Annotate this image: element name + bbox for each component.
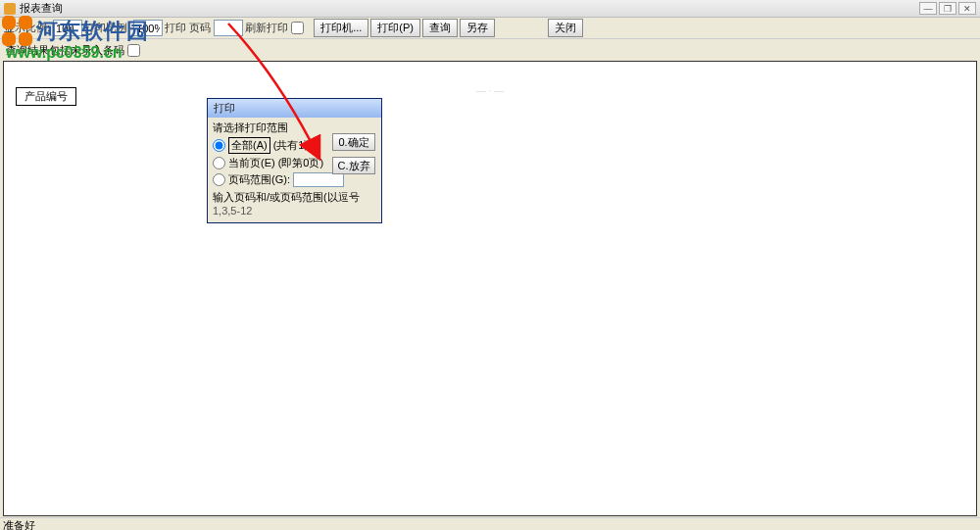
- opt-current-label: 当前页(E): [228, 156, 275, 170]
- zoom-ratio-label: 显示比例:: [4, 21, 50, 35]
- opt-current-suffix: (即第0页): [278, 156, 323, 170]
- page-input[interactable]: [214, 20, 243, 36]
- maximize-button[interactable]: ❐: [939, 2, 956, 15]
- refresh-print-checkbox[interactable]: [291, 22, 304, 34]
- saveas-button[interactable]: 另存: [460, 19, 495, 37]
- app-icon: [4, 3, 16, 15]
- title-bar: 报表查询 — ❐ ✕: [0, 0, 980, 18]
- dialog-ok-button[interactable]: 0.确定: [332, 133, 375, 151]
- page-label: 页码: [189, 21, 211, 35]
- printer-button[interactable]: 打印机...: [314, 19, 368, 37]
- radio-all[interactable]: [213, 139, 225, 152]
- toolbar: 显示比例: 打印比例: 打印 页码 刷新打印 打印机... 打印(P) 查询 另…: [0, 18, 980, 39]
- opt-range-label: 页码范围(G):: [228, 172, 290, 187]
- print-label: 打印: [165, 21, 186, 35]
- opt-all-label: 全部(A): [228, 137, 270, 154]
- window-controls: — ❐ ✕: [919, 2, 976, 15]
- radio-current[interactable]: [213, 157, 225, 169]
- minimize-button[interactable]: —: [919, 2, 937, 15]
- close-toolbar-button[interactable]: 关闭: [548, 19, 583, 37]
- include-unentered-checkbox[interactable]: [127, 44, 140, 57]
- column-header-product-id: 产品编号: [16, 87, 76, 106]
- print-ratio-label: 打印比例:: [84, 21, 130, 35]
- radio-range[interactable]: [213, 173, 225, 186]
- include-unentered-label: 查询结果包括未录入条码: [6, 43, 124, 58]
- window-title: 报表查询: [20, 1, 63, 16]
- page-range-input[interactable]: [293, 172, 344, 187]
- dialog-cancel-button[interactable]: C.放弃: [332, 157, 375, 174]
- range-hint-line1: 输入页码和/或页码范围(以逗号: [213, 190, 376, 205]
- close-button[interactable]: ✕: [958, 2, 976, 15]
- refresh-print-label: 刷新打印: [245, 21, 288, 35]
- range-hint-line2: 1,3,5-12: [213, 205, 376, 217]
- include-unentered-row: 查询结果包括未录入条码: [0, 39, 980, 61]
- print-ratio-input[interactable]: [133, 20, 163, 36]
- opt-all-suffix: (共有1页): [273, 138, 318, 153]
- query-button[interactable]: 查询: [422, 19, 458, 37]
- print-dialog: 打印 请选择打印范围 全部(A) (共有1页) 0.确定 当前页(E) (即第0…: [207, 98, 382, 223]
- status-text: 准备好: [3, 519, 35, 530]
- page-indicator: — · —: [476, 85, 504, 96]
- print-button[interactable]: 打印(P): [370, 19, 420, 37]
- zoom-ratio-input[interactable]: [53, 20, 82, 36]
- report-canvas: 产品编号 — · —: [3, 61, 977, 516]
- print-dialog-title: 打印: [208, 99, 381, 118]
- status-bar: 准备好: [0, 517, 980, 530]
